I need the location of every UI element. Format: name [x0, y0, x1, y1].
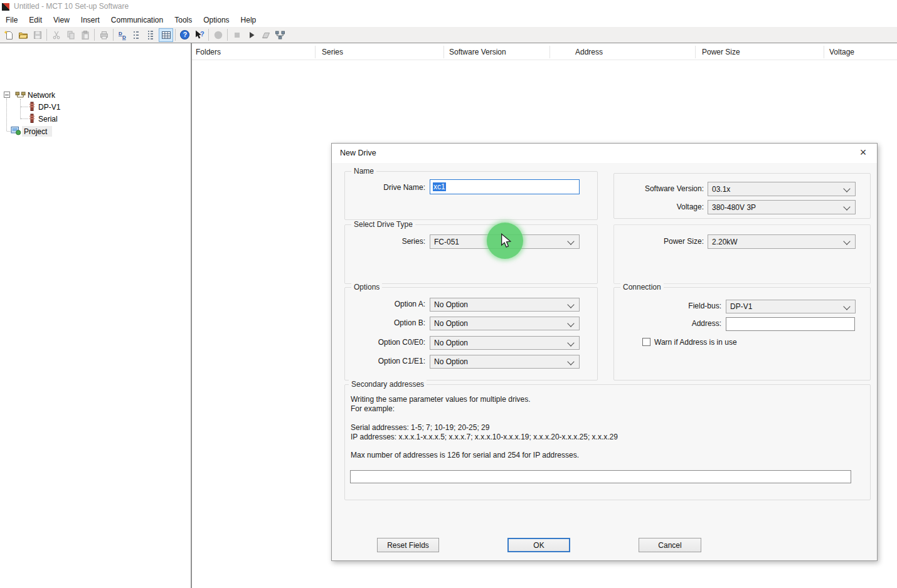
outline-view-button[interactable] — [130, 28, 144, 42]
warn-address-checkbox[interactable] — [642, 338, 650, 346]
new-drive-dialog: New Drive × Name Drive Name: xc1 Softwar… — [331, 143, 878, 561]
column-header-series[interactable]: Series — [322, 45, 343, 60]
panel-divider[interactable] — [191, 43, 192, 588]
network-icon — [15, 90, 26, 99]
write-to-drive-icon — [261, 30, 271, 40]
column-header-folders[interactable]: Folders — [196, 45, 221, 60]
column-separator[interactable] — [549, 46, 550, 58]
ok-button[interactable]: OK — [507, 538, 570, 552]
menu-item-tools[interactable]: Tools — [169, 14, 198, 26]
close-icon: × — [860, 146, 867, 159]
cancel-button[interactable]: Cancel — [639, 538, 701, 552]
column-header-power-size[interactable]: Power Size — [702, 45, 740, 60]
software-version-dropdown[interactable]: 03.1x — [708, 182, 856, 196]
stop-button[interactable] — [230, 28, 244, 42]
column-header-voltage[interactable]: Voltage — [829, 45, 854, 60]
toolbar-separator — [227, 29, 228, 41]
power-size-group: Power Size: 2.20kW — [613, 224, 871, 284]
secondary-help-line-5: Max number of addresses is 126 for seria… — [351, 451, 579, 459]
drive-type-group: Select Drive Type Series: FC-051 — [344, 224, 598, 284]
copy-icon — [66, 30, 76, 40]
svg-text:?: ? — [200, 30, 204, 38]
menu-item-options[interactable]: Options — [198, 14, 235, 26]
cut-icon — [51, 30, 61, 40]
secondary-addresses-input[interactable] — [350, 470, 851, 483]
tree-item-network[interactable]: Network — [28, 90, 55, 100]
menu-item-file[interactable]: File — [0, 14, 23, 26]
insert-drive-button[interactable]: D D — [115, 28, 130, 42]
title-bar: Untitled - MCT 10 Set-up Software — [0, 0, 897, 13]
fieldbus-dropdown[interactable]: DP-V1 — [726, 300, 856, 313]
column-separator[interactable] — [443, 46, 444, 58]
table-view-button[interactable] — [159, 28, 173, 42]
option-b-dropdown[interactable]: No Option — [430, 317, 580, 330]
context-help-button[interactable]: ? — [192, 28, 206, 42]
dialog-title-bar[interactable]: New Drive × — [332, 144, 877, 163]
option-c0e0-dropdown[interactable]: No Option — [430, 336, 580, 350]
cut-button[interactable] — [49, 28, 63, 42]
save-icon — [33, 30, 43, 40]
drive-name-input[interactable]: xc1 — [430, 179, 580, 194]
menu-item-help[interactable]: Help — [235, 14, 262, 26]
menu-item-edit[interactable]: Edit — [23, 14, 48, 26]
window-title: Untitled - MCT 10 Set-up Software — [14, 2, 129, 11]
secondary-addresses-group-label: Secondary addresses — [349, 380, 427, 389]
outline-view-icon — [132, 30, 142, 40]
voltage-value: 380-480V 3P — [712, 203, 756, 212]
copy-button[interactable] — [63, 28, 78, 42]
play-button[interactable] — [244, 28, 258, 42]
new-document-icon — [4, 30, 14, 40]
address-input[interactable] — [726, 317, 855, 331]
help-icon: ? — [179, 29, 190, 40]
option-a-dropdown[interactable]: No Option — [430, 298, 580, 312]
record-button[interactable] — [211, 28, 225, 42]
menu-item-insert[interactable]: Insert — [75, 14, 105, 26]
print-button[interactable] — [97, 28, 111, 42]
svg-text:?: ? — [183, 31, 187, 38]
tree-line — [21, 107, 28, 107]
reset-fields-button[interactable]: Reset Fields — [377, 538, 439, 552]
project-icon — [11, 126, 21, 135]
column-separator[interactable] — [695, 46, 696, 58]
secondary-help-line-3: Serial addresses: 1-5; 7; 10-19; 20-25; … — [351, 423, 489, 432]
column-separator[interactable] — [824, 46, 824, 58]
drive-type-group-label: Select Drive Type — [351, 220, 415, 229]
tree-item-dpv1[interactable]: DP-V1 — [38, 102, 60, 112]
toolbar-separator — [94, 29, 95, 41]
fieldbus-label: Field-bus: — [614, 302, 721, 310]
open-folder-button[interactable] — [16, 28, 30, 42]
tree-line — [21, 118, 28, 119]
option-c1e1-dropdown[interactable]: No Option — [430, 355, 580, 369]
network-topology-button[interactable] — [273, 28, 287, 42]
new-document-button[interactable] — [1, 28, 16, 42]
voltage-dropdown[interactable]: 380-480V 3P — [708, 200, 856, 214]
column-header-software-version[interactable]: Software Version — [449, 45, 506, 60]
detail-view-button[interactable] — [144, 28, 159, 42]
save-button[interactable] — [30, 28, 45, 42]
play-icon — [247, 30, 257, 40]
close-button[interactable]: × — [856, 145, 871, 160]
fieldbus-icon — [29, 113, 35, 123]
chevron-down-icon — [567, 301, 574, 308]
option-c0e0-value: No Option — [434, 339, 468, 347]
column-header-address[interactable]: Address — [575, 45, 603, 60]
help-button[interactable]: ? — [178, 28, 192, 42]
software-voltage-group: Software Version: 03.1x Voltage: 380-480… — [613, 173, 871, 219]
tree-collapse-toggle[interactable] — [4, 92, 10, 98]
write-to-drive-button[interactable] — [258, 28, 273, 42]
tree-item-project[interactable]: Project — [24, 126, 47, 137]
power-size-dropdown[interactable]: 2.20kW — [708, 234, 856, 249]
option-a-label: Option A: — [345, 300, 425, 308]
stop-icon — [232, 30, 242, 40]
option-c0e0-label: Option C0/E0: — [345, 338, 425, 347]
column-separator[interactable] — [315, 46, 316, 58]
context-help-icon: ? — [194, 29, 205, 40]
toolbar-separator — [113, 29, 114, 41]
software-version-value: 03.1x — [712, 185, 730, 194]
menu-item-view[interactable]: View — [48, 14, 75, 26]
network-topology-icon — [275, 30, 285, 40]
option-b-label: Option B: — [345, 318, 425, 327]
menu-item-communication[interactable]: Communication — [105, 14, 169, 26]
paste-button[interactable] — [78, 28, 92, 42]
tree-item-serial[interactable]: Serial — [38, 113, 58, 124]
